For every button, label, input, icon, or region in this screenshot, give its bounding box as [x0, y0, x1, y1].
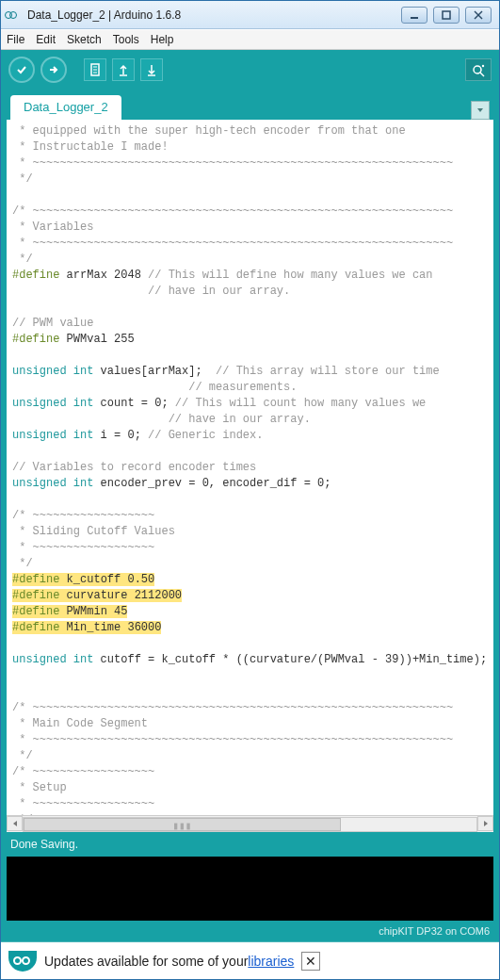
verify-button[interactable]	[8, 57, 35, 83]
code-token: PWMval 255	[59, 333, 134, 346]
code-token: // This array will store our time	[216, 365, 440, 378]
code-line: * ~~~~~~~~~~~~~~~~~~~~~~~~~~~~~~~~~~~~~~…	[12, 733, 453, 746]
code-line: */	[12, 749, 33, 762]
scroll-thumb[interactable]	[24, 818, 341, 831]
notification-text: Updates available for some of your	[44, 954, 248, 969]
menu-file[interactable]: File	[7, 33, 24, 46]
code-token: values[arrMax];	[93, 365, 216, 378]
code-token: int	[73, 429, 94, 442]
code-line: * Setup	[12, 781, 67, 794]
arduino-logo-icon	[8, 947, 37, 975]
code-token	[67, 477, 73, 490]
menu-tools[interactable]: Tools	[113, 33, 139, 46]
update-notification: Updates available for some of your libra…	[1, 941, 499, 979]
save-sketch-button[interactable]	[140, 58, 163, 81]
code-line: * Sliding Cutoff Values	[12, 525, 175, 538]
code-line: * ~~~~~~~~~~~~~~~~~~	[12, 797, 154, 810]
code-token: int	[73, 653, 94, 666]
scroll-right-button[interactable]	[477, 816, 493, 831]
code-line: * ~~~~~~~~~~~~~~~~~~~~~~~~~~~~~~~~~~~~~~…	[12, 156, 453, 170]
code-line: // measurements.	[12, 381, 297, 394]
code-line: // have in our array.	[12, 413, 311, 426]
code-token: unsigned	[12, 397, 67, 410]
menu-sketch[interactable]: Sketch	[67, 33, 102, 46]
toolbar	[1, 50, 499, 90]
code-token: cutoff = k_cutoff * ((curvature/(PWMval …	[93, 653, 487, 666]
tab-data-logger-2[interactable]: Data_Logger_2	[10, 95, 121, 120]
code-token	[67, 397, 73, 410]
editor-wrap: * equipped with the super high-tech enco…	[1, 120, 499, 832]
code-line: * Variables	[12, 220, 93, 234]
code-token: int	[73, 365, 94, 378]
code-token: encoder_prev = 0, encoder_dif = 0;	[93, 477, 331, 490]
code-token: // This will define how many values we c…	[148, 269, 432, 282]
code-token: arrMax 2048	[59, 269, 148, 282]
board-port-label: chipKIT DP32 on COM6	[379, 925, 490, 937]
svg-point-10	[474, 66, 481, 74]
code-line: /* ~~~~~~~~~~~~~~~~~~	[12, 765, 154, 778]
new-sketch-button[interactable]	[84, 58, 106, 81]
titlebar: Data_Logger_2 | Arduino 1.6.8	[1, 1, 499, 29]
tab-dropdown-button[interactable]	[471, 101, 490, 120]
code-token: i = 0;	[93, 429, 148, 442]
code-token: PWMmin 45	[59, 605, 127, 618]
code-token: Min_time 36000	[59, 621, 161, 634]
close-button[interactable]	[465, 7, 492, 24]
code-token: #define	[12, 589, 59, 602]
console-output[interactable]	[1, 857, 499, 921]
code-line: // Variables to record encoder times	[12, 461, 256, 474]
code-token: unsigned	[12, 365, 67, 378]
code-token: #define	[12, 573, 59, 586]
menubar: File Edit Sketch Tools Help	[1, 29, 499, 50]
code-line: */	[12, 253, 33, 266]
code-line: * equipped with the super high-tech enco…	[12, 124, 406, 138]
code-token: #define	[12, 333, 59, 346]
tabbar: Data_Logger_2	[1, 90, 499, 120]
code-token: // This will count how many values we	[175, 397, 426, 410]
scroll-left-button[interactable]	[7, 816, 23, 831]
upload-button[interactable]	[40, 57, 67, 83]
code-line: /* ~~~~~~~~~~~~~~~~~~	[12, 509, 154, 522]
status-bar: Done Saving.	[1, 832, 499, 857]
code-token	[67, 429, 73, 442]
code-token: unsigned	[12, 653, 67, 666]
code-token	[67, 653, 73, 666]
app-window: Data_Logger_2 | Arduino 1.6.8 File Edit …	[0, 0, 500, 980]
window-controls	[401, 7, 492, 24]
code-line: * ~~~~~~~~~~~~~~~~~~	[12, 541, 154, 554]
serial-monitor-button[interactable]	[465, 58, 492, 81]
window-title: Data_Logger_2 | Arduino 1.6.8	[22, 8, 401, 22]
code-token: curvature 2112000	[59, 589, 182, 602]
code-token: #define	[12, 621, 59, 634]
horizontal-scrollbar[interactable]	[7, 815, 493, 832]
svg-point-12	[482, 65, 484, 67]
code-token: #define	[12, 605, 59, 618]
status-message: Done Saving.	[10, 838, 78, 851]
svg-rect-1	[443, 11, 450, 19]
code-token: #define	[12, 269, 59, 282]
code-editor[interactable]: * equipped with the super high-tech enco…	[7, 120, 493, 815]
code-token	[67, 365, 73, 378]
arduino-app-icon	[5, 11, 22, 19]
code-token: k_cutoff 0.50	[59, 573, 154, 586]
code-line: /* ~~~~~~~~~~~~~~~~~~~~~~~~~~~~~~~~~~~~~…	[12, 701, 453, 714]
code-line: // PWM value	[12, 317, 93, 330]
scroll-track[interactable]	[23, 817, 477, 832]
board-info-strip: chipKIT DP32 on COM6	[1, 921, 499, 941]
maximize-button[interactable]	[433, 7, 460, 24]
code-token: unsigned	[12, 429, 67, 442]
menu-edit[interactable]: Edit	[36, 33, 56, 46]
code-line: */	[12, 557, 33, 570]
svg-line-11	[480, 73, 484, 76]
code-line: */	[12, 172, 33, 186]
open-sketch-button[interactable]	[112, 58, 135, 81]
menu-help[interactable]: Help	[151, 33, 174, 46]
libraries-link[interactable]: libraries	[248, 954, 294, 969]
code-line: * ~~~~~~~~~~~~~~~~~~~~~~~~~~~~~~~~~~~~~~…	[12, 237, 453, 250]
code-line: // have in our array.	[12, 285, 290, 298]
code-line: * Instructable I made!	[12, 140, 169, 154]
minimize-button[interactable]	[401, 7, 427, 24]
code-line: * Main Code Segment	[12, 717, 148, 730]
close-notification-button[interactable]: ✕	[301, 952, 320, 971]
code-token: unsigned	[12, 477, 67, 490]
